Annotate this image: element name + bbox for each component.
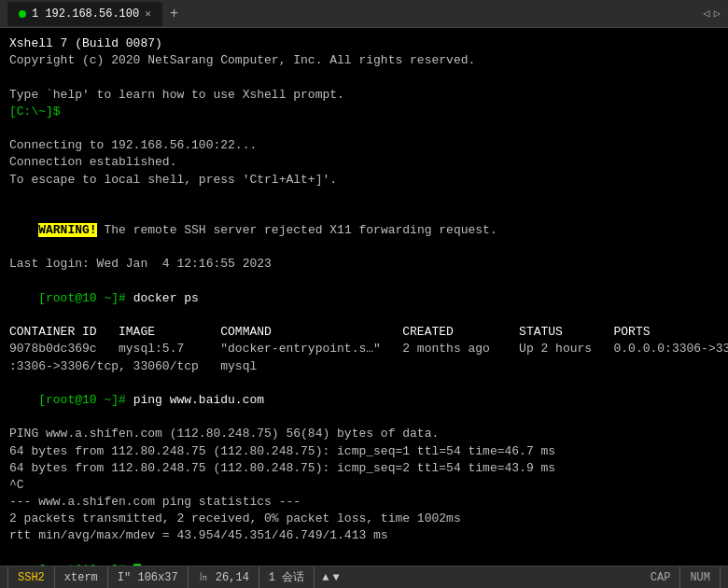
tab-area: 1 192.168.56.100 ✕ +	[7, 2, 704, 26]
warning-line: WARNING! The remote SSH server rejected …	[9, 205, 719, 257]
prompt-text: [root@10 ~]#	[38, 393, 126, 407]
prompt-text: [root@10 ~]#	[38, 291, 126, 305]
cap-indicator: CAP	[641, 567, 681, 588]
terminal-line: Copyright (c) 2020 NetSarang Computer, I…	[9, 52, 719, 69]
up-arrow[interactable]: ▲	[322, 571, 329, 584]
ping-line-3: 64 bytes from 112.80.248.75 (112.80.248.…	[9, 460, 719, 477]
prompt-text: [C:\~]$	[9, 105, 61, 119]
warning-message: The remote SSH server rejected X11 forwa…	[97, 223, 497, 237]
command-text: docker ps	[126, 291, 199, 305]
ping-stats-2: 2 packets transmitted, 2 received, 0% pa…	[9, 511, 719, 527]
ping-stats-3: rtt min/avg/max/mdev = 43.954/45.351/46.…	[9, 527, 719, 544]
position-indicator: ㏑ 26,14	[189, 567, 259, 588]
nav-arrows: ◁ ▷	[704, 7, 721, 21]
docker-header: CONTAINER ID IMAGE COMMAND CREATED STATU…	[9, 324, 719, 341]
title-bar: 1 192.168.56.100 ✕ + ◁ ▷	[0, 0, 728, 28]
xterm-indicator: xterm	[55, 567, 108, 588]
dimensions-indicator: Ι″ 106x37	[108, 567, 189, 588]
active-prompt-line: [root@10 ~]#	[9, 545, 719, 566]
terminal-line: Connecting to 192.168.56.100:22...	[9, 137, 719, 154]
nav-right-arrow[interactable]: ▷	[714, 7, 721, 21]
terminal-line: [C:\~]$	[9, 104, 719, 120]
sessions-indicator: 1 会话	[259, 567, 315, 588]
active-tab[interactable]: 1 192.168.56.100 ✕	[7, 2, 162, 26]
terminal-line: Connection established.	[9, 154, 719, 171]
scroll-arrows: ▲ ▼	[315, 571, 346, 584]
ssh2-indicator: SSH2	[7, 567, 55, 588]
terminal-line: To escape to local shell, press 'Ctrl+Al…	[9, 172, 719, 189]
ping-line-2: 64 bytes from 112.80.248.75 (112.80.248.…	[9, 443, 719, 460]
terminal-line: [root@10 ~]# ping www.baidu.com	[9, 375, 719, 427]
nav-left-arrow[interactable]: ◁	[704, 7, 710, 21]
add-tab-button[interactable]: +	[162, 2, 187, 26]
terminal-line: Last login: Wed Jan 4 12:16:55 2023	[9, 256, 719, 273]
terminal-line	[9, 120, 719, 137]
down-arrow[interactable]: ▼	[332, 571, 339, 584]
terminal-line	[9, 69, 719, 86]
tab-label: 1 192.168.56.100	[32, 7, 139, 21]
num-indicator: NUM	[680, 567, 721, 588]
warning-badge: WARNING!	[38, 223, 96, 237]
interrupt-line: ^C	[9, 477, 719, 494]
status-bar: SSH2 xterm Ι″ 106x37 ㏑ 26,14 1 会话 ▲ ▼ CA…	[0, 566, 728, 588]
terminal-area[interactable]: Xshell 7 (Build 0087) Copyright (c) 2020…	[0, 28, 728, 566]
ping-line-1: PING www.a.shifen.com (112.80.248.75) 56…	[9, 426, 719, 442]
terminal-line: [root@10 ~]# docker ps	[9, 273, 719, 325]
terminal-line: Xshell 7 (Build 0087)	[9, 35, 719, 52]
docker-data-1: 9078b0dc369c mysql:5.7 "docker-entrypoin…	[9, 341, 719, 357]
terminal-line: Type `help' to learn how to use Xshell p…	[9, 87, 719, 104]
tab-close-button[interactable]: ✕	[145, 7, 151, 20]
docker-data-2: :3306->3306/tcp, 33060/tcp mysql	[9, 358, 719, 375]
terminal-line	[9, 189, 719, 205]
command-text: ping www.baidu.com	[126, 393, 264, 407]
ping-stats-1: --- www.a.shifen.com ping statistics ---	[9, 494, 719, 511]
connection-indicator	[19, 10, 26, 18]
